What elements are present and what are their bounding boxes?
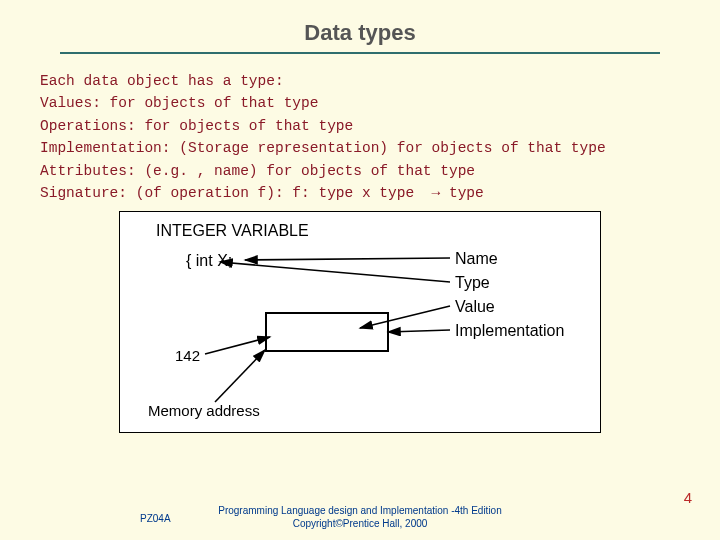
- footer-line1: Programming Language design and Implemen…: [218, 505, 502, 516]
- footer: PZ04A Programming Language design and Im…: [0, 504, 720, 530]
- diagram-arrows: [120, 212, 600, 432]
- body-text: Each data object has a type: Values: for…: [40, 70, 680, 205]
- svg-line-2: [360, 306, 450, 328]
- slide-title: Data types: [60, 20, 660, 46]
- diagram: INTEGER VARIABLE { int X; 142 Memory add…: [119, 211, 601, 433]
- svg-line-4: [205, 337, 270, 354]
- svg-line-5: [215, 350, 265, 402]
- page-number: 4: [684, 489, 692, 506]
- title-rule: [60, 52, 660, 54]
- svg-line-0: [245, 258, 450, 260]
- footer-left: PZ04A: [140, 513, 171, 524]
- svg-line-1: [220, 262, 450, 282]
- footer-mid: Programming Language design and Implemen…: [218, 504, 502, 530]
- footer-line2: Copyright©Prentice Hall, 2000: [293, 518, 428, 529]
- slide: Data types Each data object has a type: …: [0, 0, 720, 540]
- svg-line-3: [388, 330, 450, 332]
